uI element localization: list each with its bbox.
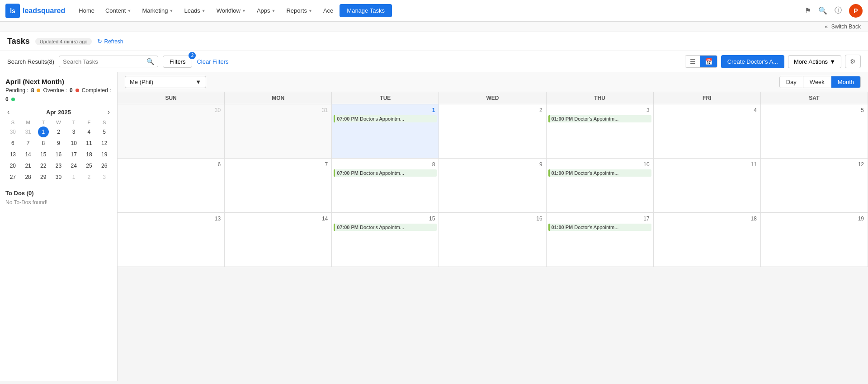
cal-cell[interactable]: 6 bbox=[118, 159, 225, 213]
calendar-event[interactable]: 01:00 PM Doctor's Appointm... bbox=[548, 224, 651, 231]
mini-cal-day[interactable]: 29 bbox=[38, 172, 49, 183]
cal-cell[interactable]: 1701:00 PM Doctor's Appointm... bbox=[547, 213, 654, 267]
cal-cell[interactable]: 7 bbox=[225, 159, 332, 213]
logo-area[interactable]: ls leadsquared bbox=[5, 4, 65, 18]
nav-workflow[interactable]: Workflow▼ bbox=[212, 5, 250, 17]
day-view-button[interactable]: Day bbox=[780, 76, 803, 88]
mini-cal-day[interactable]: 20 bbox=[7, 160, 18, 171]
manage-tasks-button[interactable]: Manage Tasks bbox=[340, 4, 392, 17]
refresh-button[interactable]: ↻ Refresh bbox=[97, 38, 123, 45]
cal-cell[interactable]: 30 bbox=[118, 104, 225, 159]
mini-cal-day[interactable]: 31 bbox=[23, 126, 33, 137]
mini-cal-day[interactable]: 12 bbox=[99, 138, 110, 149]
cal-cell[interactable]: 18 bbox=[654, 213, 761, 267]
mini-cal-next[interactable]: › bbox=[106, 108, 112, 116]
calendar-event[interactable]: 01:00 PM Doctor's Appointm... bbox=[548, 115, 651, 122]
mini-cal-day[interactable]: 25 bbox=[84, 160, 94, 171]
mini-cal-day[interactable]: 11 bbox=[84, 138, 94, 149]
help-icon[interactable]: ⓘ bbox=[835, 6, 842, 15]
mini-cal-day[interactable]: 30 bbox=[53, 172, 64, 183]
calendar-event[interactable]: 07:00 PM Doctor's Appointm... bbox=[334, 115, 437, 122]
settings-button[interactable]: ⚙ bbox=[845, 55, 861, 68]
nav-marketing[interactable]: Marketing▼ bbox=[137, 5, 178, 17]
cal-day-number: 8 bbox=[334, 160, 437, 169]
assignee-select[interactable]: Me (Phil) ▼ bbox=[125, 76, 206, 88]
mini-cal-day[interactable]: 27 bbox=[7, 172, 18, 183]
user-avatar[interactable]: P bbox=[849, 4, 863, 18]
mini-cal-day[interactable]: 9 bbox=[53, 138, 64, 149]
list-view-button[interactable]: ☰ bbox=[685, 56, 700, 67]
cal-cell[interactable]: 12 bbox=[761, 159, 868, 213]
leads-caret: ▼ bbox=[202, 9, 206, 13]
mini-cal-day[interactable]: 4 bbox=[84, 126, 94, 137]
more-actions-button[interactable]: More Actions ▼ bbox=[788, 55, 841, 68]
mini-cal-day[interactable]: 14 bbox=[23, 149, 33, 160]
search-icon[interactable]: 🔍 bbox=[818, 6, 827, 15]
week-view-button[interactable]: Week bbox=[803, 76, 831, 88]
nav-apps[interactable]: Apps▼ bbox=[252, 5, 280, 17]
cal-cell[interactable]: 5 bbox=[761, 104, 868, 159]
overdue-count: 0 bbox=[70, 87, 73, 94]
mini-cal-day[interactable]: 2 bbox=[53, 126, 64, 137]
mini-cal-day[interactable]: 3 bbox=[68, 126, 79, 137]
switch-back-link[interactable]: Switch Back bbox=[831, 23, 861, 30]
mini-cal-day[interactable]: 8 bbox=[38, 138, 49, 149]
search-submit-icon[interactable]: 🔍 bbox=[146, 58, 154, 65]
nav-reports[interactable]: Reports▼ bbox=[282, 5, 316, 17]
mini-cal-day[interactable]: 18 bbox=[84, 149, 94, 160]
left-panel: April (Next Month) Pending : 8 Overdue :… bbox=[0, 72, 118, 381]
nav-content[interactable]: Content▼ bbox=[101, 5, 136, 17]
calendar-event[interactable]: 07:00 PM Doctor's Appointm... bbox=[334, 169, 437, 177]
mini-cal-day[interactable]: 7 bbox=[23, 138, 33, 149]
mini-cal-day[interactable]: 26 bbox=[99, 160, 110, 171]
cal-cell[interactable]: 11 bbox=[654, 159, 761, 213]
mini-cal-day[interactable]: 6 bbox=[7, 138, 18, 149]
calendar-event[interactable]: 07:00 PM Doctor's Appointm... bbox=[334, 224, 437, 231]
cal-day-number: 9 bbox=[441, 160, 544, 169]
nav-leads[interactable]: Leads▼ bbox=[179, 5, 210, 17]
clear-filters-link[interactable]: Clear Filters bbox=[197, 58, 228, 65]
calendar-view-button[interactable]: 📅 bbox=[700, 56, 717, 67]
mini-cal-day[interactable]: 28 bbox=[23, 172, 33, 183]
cal-cell[interactable]: 13 bbox=[118, 213, 225, 267]
cal-cell[interactable]: 1507:00 PM Doctor's Appointm... bbox=[332, 213, 439, 267]
cal-cell[interactable]: 19 bbox=[761, 213, 868, 267]
mini-cal-day[interactable]: 3 bbox=[99, 172, 110, 183]
mini-cal-day[interactable]: 5 bbox=[99, 126, 110, 137]
cal-cell[interactable]: 9 bbox=[439, 159, 546, 213]
create-doctor-appointment-button[interactable]: Create Doctor's A... bbox=[721, 55, 784, 68]
search-box[interactable]: 🔍 bbox=[59, 56, 158, 67]
mini-cal-day[interactable]: 15 bbox=[38, 149, 49, 160]
bookmark-icon[interactable]: ⚑ bbox=[805, 6, 811, 15]
cal-cell[interactable]: 107:00 PM Doctor's Appointm... bbox=[332, 104, 439, 159]
nav-home[interactable]: Home bbox=[74, 5, 99, 17]
mini-cal-day[interactable]: 30 bbox=[7, 126, 18, 137]
cal-cell[interactable]: 2 bbox=[439, 104, 546, 159]
cal-cell[interactable]: 301:00 PM Doctor's Appointm... bbox=[547, 104, 654, 159]
search-input[interactable] bbox=[63, 58, 146, 65]
cal-cell[interactable]: 16 bbox=[439, 213, 546, 267]
cal-cell[interactable]: 4 bbox=[654, 104, 761, 159]
calendar-event[interactable]: 01:00 PM Doctor's Appointm... bbox=[548, 169, 651, 177]
nav-ace[interactable]: Ace bbox=[319, 5, 338, 17]
mini-cal-day[interactable]: 16 bbox=[53, 149, 64, 160]
mini-cal-day[interactable]: 13 bbox=[7, 149, 18, 160]
mini-cal-day[interactable]: 17 bbox=[68, 149, 79, 160]
mini-cal-day[interactable]: 19 bbox=[99, 149, 110, 160]
mini-cal-day[interactable]: 2 bbox=[84, 172, 94, 183]
month-view-button[interactable]: Month bbox=[831, 76, 860, 88]
cal-cell[interactable]: 31 bbox=[225, 104, 332, 159]
mini-cal-day[interactable]: 1 bbox=[38, 126, 49, 137]
cal-cell[interactable]: 14 bbox=[225, 213, 332, 267]
event-time: 01:00 PM bbox=[552, 225, 573, 230]
mini-cal-day[interactable]: 1 bbox=[68, 172, 79, 183]
mini-cal-day[interactable]: 23 bbox=[53, 160, 64, 171]
mini-cal-day[interactable]: 21 bbox=[23, 160, 33, 171]
filters-button[interactable]: Filters bbox=[163, 56, 192, 68]
mini-cal-day[interactable]: 10 bbox=[68, 138, 79, 149]
mini-cal-day[interactable]: 22 bbox=[38, 160, 49, 171]
cal-cell[interactable]: 1001:00 PM Doctor's Appointm... bbox=[547, 159, 654, 213]
mini-cal-prev[interactable]: ‹ bbox=[5, 108, 11, 116]
mini-cal-day[interactable]: 24 bbox=[68, 160, 79, 171]
cal-cell[interactable]: 807:00 PM Doctor's Appointm... bbox=[332, 159, 439, 213]
